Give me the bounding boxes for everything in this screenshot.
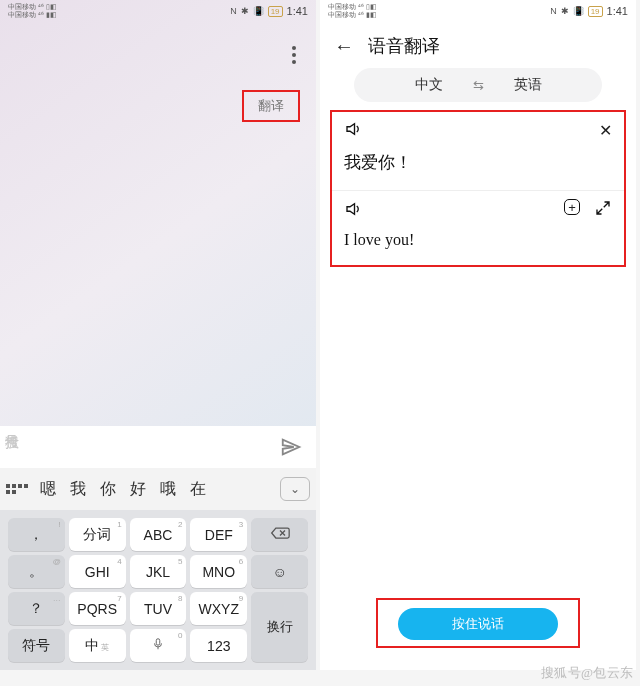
message-input[interactable] xyxy=(14,432,280,462)
page-title: 语音翻译 xyxy=(368,34,440,58)
source-text: 我爱你！ xyxy=(344,151,612,174)
key-symbols[interactable]: 符号 xyxy=(8,629,65,662)
key-fenci[interactable]: 1分词 xyxy=(69,518,126,551)
key-abc[interactable]: 2ABC xyxy=(130,518,187,551)
candidate-word[interactable]: 在 xyxy=(190,479,206,500)
vibrate-icon: 📳 xyxy=(573,6,584,16)
candidate-word[interactable]: 嗯 xyxy=(40,479,56,500)
target-text: I love you! xyxy=(344,231,612,249)
clock: 1:41 xyxy=(607,5,628,17)
grid-icon[interactable] xyxy=(6,484,28,494)
watermark: 搜狐号@包云东 xyxy=(541,664,634,682)
lang-to[interactable]: 英语 xyxy=(514,76,542,94)
key-space[interactable]: 0 xyxy=(130,629,187,662)
press-to-talk-button[interactable]: 按住说话 xyxy=(398,608,558,640)
add-icon[interactable]: + xyxy=(564,199,580,215)
keyboard: !， 1分词 2ABC 3DEF @。 4GHI 5JKL 6MNO ☺ …？ … xyxy=(0,510,316,670)
key-period[interactable]: @。 xyxy=(8,555,65,588)
key-def[interactable]: 3DEF xyxy=(190,518,247,551)
language-switch[interactable]: 中文 ⇆ 英语 xyxy=(354,68,602,102)
composer-bar xyxy=(0,426,316,468)
more-candidates-button[interactable]: ⌄ xyxy=(280,477,310,501)
vibrate-icon: 📳 xyxy=(253,6,264,16)
key-ghi[interactable]: 4GHI xyxy=(69,555,126,588)
speaker-icon[interactable] xyxy=(344,200,362,221)
candidate-word[interactable]: 我 xyxy=(70,479,86,500)
key-backspace[interactable] xyxy=(251,518,308,551)
key-123[interactable]: 123 xyxy=(190,629,247,662)
battery-icon: 19 xyxy=(588,6,603,17)
swap-icon[interactable]: ⇆ xyxy=(473,78,484,93)
back-button[interactable]: ← xyxy=(334,35,354,58)
bluetooth-icon: ✱ xyxy=(561,6,569,16)
key-enter[interactable]: 换行 xyxy=(251,592,308,662)
svg-rect-0 xyxy=(156,639,160,645)
translation-card: ✕ 我爱你！ + I love you! xyxy=(330,110,626,267)
nfc-icon: N xyxy=(230,6,237,16)
carrier-label: 中国移动 ⁴⁶ ▯◧ 中国移动 ⁴⁶ ▮◧ xyxy=(8,3,57,19)
battery-icon: 19 xyxy=(268,6,283,17)
nfc-icon: N xyxy=(550,6,557,16)
lang-from[interactable]: 中文 xyxy=(415,76,443,94)
bluetooth-icon: ✱ xyxy=(241,6,249,16)
candidate-word[interactable]: 哦 xyxy=(160,479,176,500)
overflow-menu-button[interactable] xyxy=(292,46,296,64)
clock: 1:41 xyxy=(287,5,308,17)
key-question[interactable]: …？ xyxy=(8,592,65,625)
translate-button[interactable]: 翻译 xyxy=(242,90,300,122)
speaker-icon[interactable] xyxy=(344,120,362,141)
key-emoji[interactable]: ☺ xyxy=(251,555,308,588)
candidate-row: 嗯 我 你 好 哦 在 ⌄ xyxy=(0,468,316,510)
key-wxyz[interactable]: 9WXYZ xyxy=(190,592,247,625)
press-to-talk-wrap: 按住说话 xyxy=(376,598,580,648)
statusbar-right: 中国移动 ⁴⁶ ▯◧ 中国移动 ⁴⁶ ▮◧ N ✱ 📳 19 1:41 xyxy=(320,0,636,22)
send-icon[interactable] xyxy=(280,436,302,458)
key-mno[interactable]: 6MNO xyxy=(190,555,247,588)
key-pqrs[interactable]: 7PQRS xyxy=(69,592,126,625)
expand-icon[interactable] xyxy=(594,199,612,221)
carrier-label: 中国移动 ⁴⁶ ▯◧ 中国移动 ⁴⁶ ▮◧ xyxy=(328,3,377,19)
key-jkl[interactable]: 5JKL xyxy=(130,555,187,588)
close-icon[interactable]: ✕ xyxy=(599,121,612,140)
candidate-word[interactable]: 好 xyxy=(130,479,146,500)
candidate-word[interactable]: 你 xyxy=(100,479,116,500)
key-tuv[interactable]: 8TUV xyxy=(130,592,187,625)
key-lang-zh[interactable]: 中英 xyxy=(69,629,126,662)
statusbar-left: 中国移动 ⁴⁶ ▯◧ 中国移动 ⁴⁶ ▮◧ N ✱ 📳 19 1:41 xyxy=(0,0,316,22)
key-comma[interactable]: !， xyxy=(8,518,65,551)
